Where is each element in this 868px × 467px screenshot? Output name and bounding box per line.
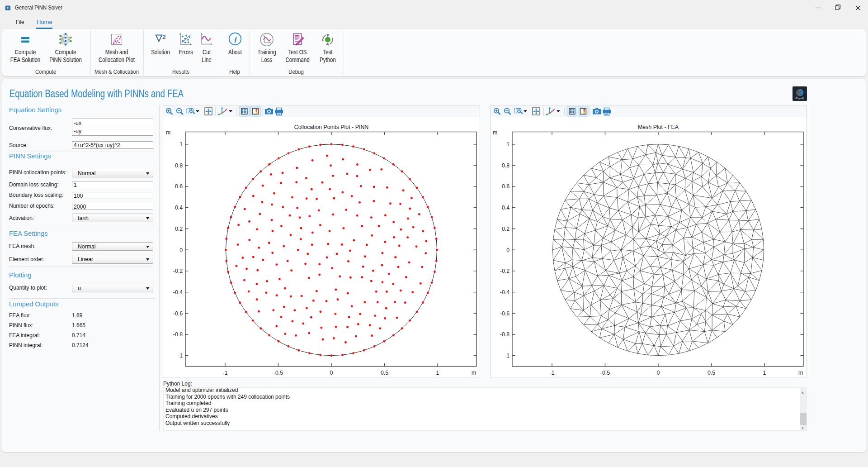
- svg-text:0.8: 0.8: [175, 162, 183, 169]
- svg-text:-0.2: -0.2: [500, 268, 509, 274]
- svg-text:0: 0: [330, 370, 333, 376]
- svg-text:m: m: [166, 129, 170, 136]
- svg-text:0.8: 0.8: [502, 162, 509, 169]
- svg-text:1: 1: [763, 370, 766, 376]
- svg-text:-0.4: -0.4: [500, 289, 509, 295]
- svg-text:0: 0: [179, 247, 183, 253]
- svg-text:1: 1: [506, 141, 509, 148]
- svg-text:0.6: 0.6: [502, 183, 509, 190]
- svg-text:-1: -1: [505, 353, 509, 359]
- svg-text:-0.5: -0.5: [274, 370, 283, 376]
- svg-text:-0.6: -0.6: [173, 310, 183, 317]
- svg-text:0.5: 0.5: [381, 370, 388, 376]
- svg-text:0.2: 0.2: [502, 226, 509, 232]
- svg-text:m: m: [798, 370, 803, 376]
- svg-text:1: 1: [436, 370, 439, 376]
- svg-text:-0.8: -0.8: [173, 331, 183, 338]
- svg-text:0.4: 0.4: [502, 205, 509, 211]
- svg-text:m: m: [493, 129, 497, 136]
- svg-text:-0.4: -0.4: [173, 289, 183, 295]
- svg-text:0.4: 0.4: [175, 205, 183, 211]
- svg-text:-0.2: -0.2: [173, 268, 183, 274]
- svg-text:1: 1: [179, 141, 183, 148]
- svg-text:-1: -1: [178, 353, 183, 359]
- svg-text:-1: -1: [550, 370, 555, 376]
- svg-text:0.2: 0.2: [175, 226, 183, 232]
- svg-text:0.6: 0.6: [175, 183, 183, 190]
- svg-text:m: m: [472, 370, 476, 376]
- svg-text:-0.5: -0.5: [600, 370, 610, 376]
- svg-text:-1: -1: [223, 370, 228, 376]
- svg-text:0.5: 0.5: [708, 370, 715, 376]
- svg-text:0: 0: [657, 370, 660, 376]
- svg-text:0: 0: [506, 247, 509, 253]
- svg-text:-0.6: -0.6: [500, 310, 509, 317]
- svg-text:Mesh Plot - FEA: Mesh Plot - FEA: [638, 124, 679, 130]
- svg-text:-0.8: -0.8: [500, 331, 509, 338]
- svg-text:Collocation Points Plot - PINN: Collocation Points Plot - PINN: [294, 124, 369, 130]
